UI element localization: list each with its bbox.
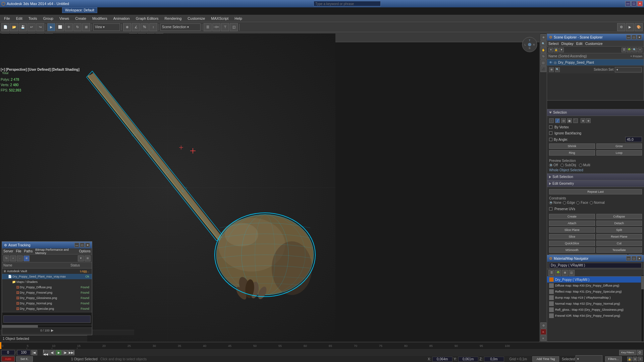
y-coord[interactable]: 0,061m (458, 357, 478, 362)
material-editor[interactable]: 🎨 (635, 23, 643, 31)
prev-frame-btn[interactable]: |◀ (31, 350, 37, 355)
mat-list-btn[interactable]: ☰ (548, 270, 554, 276)
soft-selection-rollout-header[interactable]: Soft Selection (547, 174, 644, 180)
mat-map-4[interactable]: Refl_gloss.: Map #33 (Dry_Poppy_Glossine… (547, 307, 644, 313)
z-coord[interactable]: 0,0m (484, 357, 504, 362)
sel-element-mode[interactable]: ⬛ (573, 118, 578, 123)
at-row-diffuse[interactable]: 🖼 Dry_Poppy_Diffuse.png Found (2, 285, 92, 290)
viewport-config[interactable]: ⚙ (540, 322, 546, 328)
at-menu-paths[interactable]: Paths (24, 249, 33, 253)
slice-plane-btn[interactable]: Slice Plane (549, 227, 595, 233)
ref-coord-dropdown[interactable]: View ▾ (93, 23, 120, 31)
save-button[interactable]: 💾 (19, 23, 27, 31)
menu-edit[interactable]: Edit (13, 16, 25, 21)
mat-restore[interactable]: □ (632, 256, 636, 261)
ignore-backfacing-check[interactable] (549, 131, 552, 135)
open-button[interactable]: 📂 (10, 23, 18, 31)
at-search-input[interactable] (3, 315, 91, 323)
search-input[interactable] (314, 1, 381, 6)
mat-icon2-btn[interactable]: ◫ (569, 270, 575, 276)
x-coord[interactable]: 0,064m (432, 357, 452, 362)
by-vertex-check[interactable] (549, 125, 552, 129)
cut-btn[interactable]: Cut (596, 241, 642, 246)
scene-explorer-restore[interactable]: □ (632, 35, 636, 40)
menu-tools[interactable]: Tools (26, 16, 40, 21)
redo-button[interactable]: ↪ (36, 23, 44, 31)
create-btn[interactable]: Create (549, 214, 595, 219)
goto-start-btn[interactable]: |◀◀ (43, 350, 49, 355)
selection-filter-dropdown[interactable]: Scene Selection ▾ (160, 23, 201, 31)
menu-rendering[interactable]: Rendering (162, 16, 184, 21)
se-menu-edit[interactable]: Edit (576, 42, 583, 46)
rotate-button[interactable]: ↻ (73, 23, 82, 31)
menu-graph-editors[interactable]: Graph Editors (133, 16, 161, 21)
play-btn[interactable]: ▶ (56, 350, 62, 355)
spinner-snap[interactable]: ↕ (149, 23, 157, 31)
mat-map-5[interactable]: Fresnel IOR: Map #34 (Dry_Poppy_Fresnel.… (547, 313, 644, 319)
grid-icon[interactable]: ⊞ (633, 357, 637, 361)
at-close[interactable]: ✕ (85, 243, 90, 247)
snap-toggle[interactable]: ⊕ (123, 23, 131, 31)
workspace-tab[interactable]: Workspace: Default (62, 7, 97, 13)
minimize-button[interactable]: — (625, 1, 631, 6)
zoom-btn[interactable]: 🔍 (540, 41, 546, 47)
percent-snap[interactable]: % (141, 23, 149, 31)
auto-key[interactable]: K (540, 329, 546, 335)
goto-end-btn[interactable]: ▶▶| (68, 350, 74, 355)
mat-root-item[interactable]: Dry_Poppy ( VRayMtl ) (547, 277, 644, 283)
filters-btn[interactable]: Filters... (605, 356, 622, 362)
at-restore[interactable]: □ (80, 243, 85, 247)
se-menu-select[interactable]: Select (548, 42, 559, 46)
reset-plane-btn[interactable]: Reset Plane (596, 234, 642, 239)
radio-off[interactable]: Off (549, 163, 558, 167)
mat-map-2[interactable]: Bump map: Map #19 ( VRayNormalMap ) (547, 295, 644, 301)
radio-multi[interactable]: Multi (579, 163, 590, 167)
menu-help[interactable]: Help (232, 16, 245, 21)
by-angle-value[interactable] (625, 137, 642, 142)
at-row-fresnel[interactable]: 🖼 Dry_Poppy_Fresnel.png Found (2, 290, 92, 295)
scene-item-root[interactable]: 👁 ◎ Dry_Poppy_Seed_Plant (547, 59, 644, 65)
render-btn[interactable]: ▶ (626, 23, 634, 31)
mat-tree-btn[interactable]: 🌳 (555, 270, 561, 276)
radio-none[interactable]: None (549, 201, 561, 204)
mat-map-1[interactable]: Reflect map: Map #31 (Dry_Poppy_Specular… (547, 289, 644, 295)
slice-btn[interactable]: Slice (549, 234, 595, 239)
at-row-specular[interactable]: 🖼 Dry_Poppy_Specular.png Found (2, 306, 92, 311)
undo-button[interactable]: ↩ (28, 23, 36, 31)
preserve-uvs-check[interactable] (549, 207, 552, 210)
set-key[interactable]: K (540, 335, 546, 341)
ring-button[interactable]: Ring (549, 150, 595, 156)
at-refresh[interactable]: ↻ (3, 255, 9, 261)
mirror-button[interactable]: ⊣⊢ (212, 23, 220, 31)
select-button[interactable]: ▶ (47, 23, 55, 31)
render-setup[interactable]: ⚙ (617, 23, 625, 31)
se-close-btn[interactable]: ✕ (548, 48, 553, 52)
se-bottom-link[interactable]: ⊞ (549, 67, 554, 72)
auto-key-btn[interactable]: Auto (1, 356, 15, 362)
field-of-view[interactable]: ◫ (540, 60, 546, 66)
mat-name-input[interactable] (549, 263, 642, 268)
orbit-btn[interactable]: ↻ (540, 53, 546, 59)
named-sel-button[interactable]: ☰ (204, 23, 212, 31)
prev-key-btn[interactable]: ◀| (49, 350, 55, 355)
repeat-last-btn[interactable]: Repeat Last (549, 189, 642, 194)
at-menu-server[interactable]: Server (3, 249, 13, 253)
se-hier-btn[interactable]: 🌳 (627, 48, 632, 52)
at-remove[interactable]: - (17, 255, 23, 261)
radio-edge-constraint[interactable]: Edge (563, 201, 575, 204)
select-region-button[interactable]: ⬜ (56, 23, 64, 31)
mat-map-0[interactable]: Diffuse map: Map #30 (Dry_Poppy_Diffuse.… (547, 283, 644, 289)
shrink-button[interactable]: Shrink (549, 143, 595, 149)
tessellate-btn[interactable]: Tessellate (596, 247, 642, 253)
scene-explorer-close[interactable]: ✕ (637, 35, 642, 40)
at-add[interactable]: + (10, 255, 16, 261)
next-key-btn[interactable]: |▶ (62, 350, 68, 355)
at-row-maps[interactable]: 📁 Maps / Shaders (2, 279, 92, 285)
pan-btn[interactable]: ✋ (540, 47, 546, 53)
timeline-ruler[interactable]: // This won't execute in SVG context, la… (0, 342, 644, 349)
sel-extra1[interactable]: ⊕ (581, 118, 585, 123)
se-filter-btn[interactable]: ▼ (559, 48, 564, 52)
menu-create[interactable]: Create (72, 16, 89, 21)
close-button[interactable]: ✕ (637, 1, 643, 6)
menu-group[interactable]: Group (40, 16, 56, 21)
